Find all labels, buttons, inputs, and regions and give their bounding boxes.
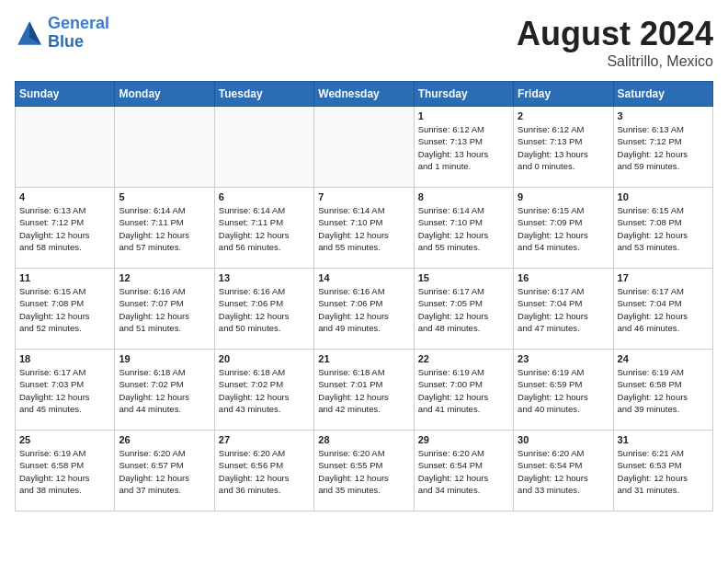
day-info: Sunrise: 6:17 AM Sunset: 7:04 PM Dayligh… <box>518 285 609 334</box>
header-sunday: Sunday <box>16 82 115 107</box>
day-info: Sunrise: 6:12 AM Sunset: 7:13 PM Dayligh… <box>418 123 509 172</box>
calendar-cell: 25Sunrise: 6:19 AM Sunset: 6:58 PM Dayli… <box>16 431 115 511</box>
calendar-week-3: 11Sunrise: 6:15 AM Sunset: 7:08 PM Dayli… <box>16 269 713 350</box>
calendar-body: 1Sunrise: 6:12 AM Sunset: 7:13 PM Daylig… <box>16 107 713 511</box>
calendar-cell: 19Sunrise: 6:18 AM Sunset: 7:02 PM Dayli… <box>115 350 214 431</box>
day-number: 5 <box>119 191 210 202</box>
day-number: 23 <box>518 353 609 364</box>
calendar-cell: 24Sunrise: 6:19 AM Sunset: 6:58 PM Dayli… <box>613 350 712 431</box>
day-number: 9 <box>518 191 609 202</box>
day-number: 27 <box>219 434 310 445</box>
calendar-cell: 5Sunrise: 6:14 AM Sunset: 7:11 PM Daylig… <box>115 188 214 269</box>
day-number: 19 <box>119 353 210 364</box>
subtitle: Salitrillo, Mexico <box>517 53 713 70</box>
day-number: 7 <box>318 191 409 202</box>
day-number: 31 <box>618 434 709 445</box>
day-info: Sunrise: 6:20 AM Sunset: 6:55 PM Dayligh… <box>318 447 409 496</box>
day-info: Sunrise: 6:20 AM Sunset: 6:54 PM Dayligh… <box>418 447 509 496</box>
calendar-cell <box>115 107 214 188</box>
day-number: 1 <box>418 110 509 121</box>
day-number: 3 <box>618 110 709 121</box>
day-info: Sunrise: 6:12 AM Sunset: 7:13 PM Dayligh… <box>518 123 609 172</box>
header-friday: Friday <box>514 82 613 107</box>
day-info: Sunrise: 6:18 AM Sunset: 7:02 PM Dayligh… <box>119 366 210 415</box>
day-info: Sunrise: 6:21 AM Sunset: 6:53 PM Dayligh… <box>618 447 709 496</box>
header-tuesday: Tuesday <box>214 82 313 107</box>
header-thursday: Thursday <box>414 82 513 107</box>
calendar-week-1: 1Sunrise: 6:12 AM Sunset: 7:13 PM Daylig… <box>16 107 713 188</box>
day-number: 8 <box>418 191 509 202</box>
header-row: Sunday Monday Tuesday Wednesday Thursday… <box>16 82 713 107</box>
day-info: Sunrise: 6:13 AM Sunset: 7:12 PM Dayligh… <box>618 123 709 172</box>
calendar-cell <box>314 107 414 188</box>
day-info: Sunrise: 6:14 AM Sunset: 7:10 PM Dayligh… <box>318 204 409 253</box>
day-number: 11 <box>19 272 110 283</box>
day-number: 4 <box>19 191 110 202</box>
calendar-cell: 8Sunrise: 6:14 AM Sunset: 7:10 PM Daylig… <box>414 188 513 269</box>
day-number: 18 <box>19 353 110 364</box>
calendar-cell: 10Sunrise: 6:15 AM Sunset: 7:08 PM Dayli… <box>613 188 712 269</box>
day-number: 25 <box>19 434 110 445</box>
calendar-cell: 9Sunrise: 6:15 AM Sunset: 7:09 PM Daylig… <box>514 188 613 269</box>
calendar-cell <box>214 107 313 188</box>
calendar-cell: 27Sunrise: 6:20 AM Sunset: 6:56 PM Dayli… <box>214 431 313 511</box>
day-info: Sunrise: 6:15 AM Sunset: 7:08 PM Dayligh… <box>618 204 709 253</box>
day-info: Sunrise: 6:20 AM Sunset: 6:57 PM Dayligh… <box>119 447 210 496</box>
calendar-cell: 6Sunrise: 6:14 AM Sunset: 7:11 PM Daylig… <box>214 188 313 269</box>
calendar-cell: 13Sunrise: 6:16 AM Sunset: 7:06 PM Dayli… <box>214 269 313 350</box>
calendar-cell: 28Sunrise: 6:20 AM Sunset: 6:55 PM Dayli… <box>314 431 414 511</box>
day-info: Sunrise: 6:16 AM Sunset: 7:07 PM Dayligh… <box>119 285 210 334</box>
calendar-cell: 11Sunrise: 6:15 AM Sunset: 7:08 PM Dayli… <box>16 269 115 350</box>
day-info: Sunrise: 6:16 AM Sunset: 7:06 PM Dayligh… <box>219 285 310 334</box>
day-info: Sunrise: 6:16 AM Sunset: 7:06 PM Dayligh… <box>318 285 409 334</box>
day-info: Sunrise: 6:20 AM Sunset: 6:54 PM Dayligh… <box>518 447 609 496</box>
calendar-cell: 29Sunrise: 6:20 AM Sunset: 6:54 PM Dayli… <box>414 431 513 511</box>
day-info: Sunrise: 6:18 AM Sunset: 7:01 PM Dayligh… <box>318 366 409 415</box>
calendar-cell: 21Sunrise: 6:18 AM Sunset: 7:01 PM Dayli… <box>314 350 414 431</box>
calendar-cell: 14Sunrise: 6:16 AM Sunset: 7:06 PM Dayli… <box>314 269 414 350</box>
day-info: Sunrise: 6:14 AM Sunset: 7:11 PM Dayligh… <box>119 204 210 253</box>
calendar-cell: 20Sunrise: 6:18 AM Sunset: 7:02 PM Dayli… <box>214 350 313 431</box>
header-monday: Monday <box>115 82 214 107</box>
day-number: 15 <box>418 272 509 283</box>
day-info: Sunrise: 6:13 AM Sunset: 7:12 PM Dayligh… <box>19 204 110 253</box>
logo-text: General Blue <box>48 15 109 52</box>
day-number: 30 <box>518 434 609 445</box>
calendar-cell <box>16 107 115 188</box>
calendar-cell: 3Sunrise: 6:13 AM Sunset: 7:12 PM Daylig… <box>613 107 712 188</box>
calendar-cell: 22Sunrise: 6:19 AM Sunset: 7:00 PM Dayli… <box>414 350 513 431</box>
day-number: 22 <box>418 353 509 364</box>
calendar-cell: 16Sunrise: 6:17 AM Sunset: 7:04 PM Dayli… <box>514 269 613 350</box>
calendar-cell: 15Sunrise: 6:17 AM Sunset: 7:05 PM Dayli… <box>414 269 513 350</box>
calendar-week-4: 18Sunrise: 6:17 AM Sunset: 7:03 PM Dayli… <box>16 350 713 431</box>
day-number: 10 <box>618 191 709 202</box>
calendar-cell: 2Sunrise: 6:12 AM Sunset: 7:13 PM Daylig… <box>514 107 613 188</box>
calendar-cell: 18Sunrise: 6:17 AM Sunset: 7:03 PM Dayli… <box>16 350 115 431</box>
calendar-cell: 31Sunrise: 6:21 AM Sunset: 6:53 PM Dayli… <box>613 431 712 511</box>
day-number: 16 <box>518 272 609 283</box>
day-number: 17 <box>618 272 709 283</box>
day-number: 28 <box>318 434 409 445</box>
day-info: Sunrise: 6:18 AM Sunset: 7:02 PM Dayligh… <box>219 366 310 415</box>
calendar-week-5: 25Sunrise: 6:19 AM Sunset: 6:58 PM Dayli… <box>16 431 713 511</box>
day-number: 20 <box>219 353 310 364</box>
header-saturday: Saturday <box>613 82 712 107</box>
day-number: 29 <box>418 434 509 445</box>
day-number: 24 <box>618 353 709 364</box>
calendar-week-2: 4Sunrise: 6:13 AM Sunset: 7:12 PM Daylig… <box>16 188 713 269</box>
day-info: Sunrise: 6:19 AM Sunset: 7:00 PM Dayligh… <box>418 366 509 415</box>
day-info: Sunrise: 6:17 AM Sunset: 7:05 PM Dayligh… <box>418 285 509 334</box>
day-number: 12 <box>119 272 210 283</box>
page-header: General Blue August 2024 Salitrillo, Mex… <box>15 15 713 70</box>
calendar-cell: 4Sunrise: 6:13 AM Sunset: 7:12 PM Daylig… <box>16 188 115 269</box>
calendar-header: Sunday Monday Tuesday Wednesday Thursday… <box>16 82 713 107</box>
header-wednesday: Wednesday <box>314 82 414 107</box>
title-block: August 2024 Salitrillo, Mexico <box>517 15 713 70</box>
main-title: August 2024 <box>517 15 713 53</box>
logo: General Blue <box>15 15 109 52</box>
day-number: 2 <box>518 110 609 121</box>
day-number: 13 <box>219 272 310 283</box>
calendar-table: Sunday Monday Tuesday Wednesday Thursday… <box>15 81 713 511</box>
day-number: 21 <box>318 353 409 364</box>
calendar-cell: 17Sunrise: 6:17 AM Sunset: 7:04 PM Dayli… <box>613 269 712 350</box>
